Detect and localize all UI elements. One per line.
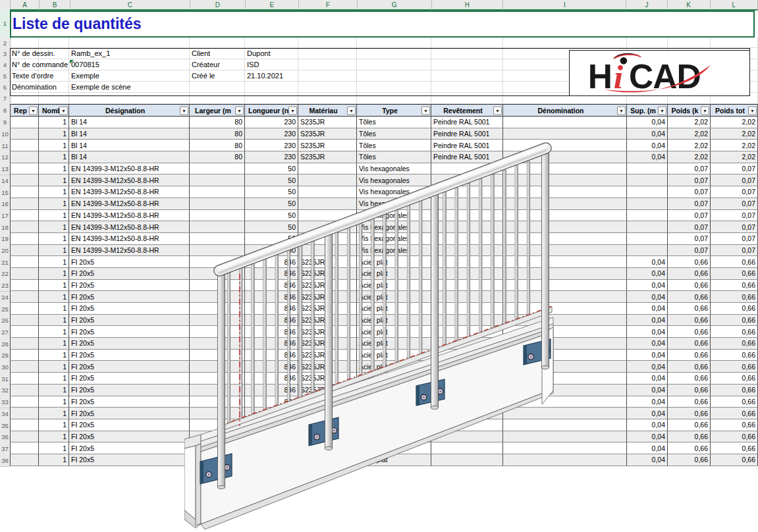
col-letter-C[interactable]: C [70, 0, 190, 11]
info-value[interactable]: Exemple [71, 70, 99, 82]
row-number-25[interactable]: 25 [0, 303, 11, 315]
row-number-15[interactable]: 15 [0, 186, 11, 199]
filter-dropdown-icon[interactable]: ▼ [180, 106, 188, 115]
cell[interactable]: 1 [39, 454, 69, 466]
grid-cell[interactable] [245, 82, 298, 93]
cell[interactable]: 0,66 [711, 431, 758, 443]
header-cell-9[interactable]: Sup. (m▼ [627, 104, 668, 117]
header-cell-1[interactable]: Nomb▼ [39, 104, 69, 117]
cell[interactable]: 0,07 [711, 163, 758, 175]
cell[interactable]: 1 [39, 350, 69, 361]
cell[interactable]: 0,07 [711, 186, 758, 198]
cell[interactable] [10, 221, 39, 233]
grid-cell[interactable] [627, 38, 668, 48]
cell[interactable]: EN 14399-3-M12x50-8.8-HR [69, 245, 190, 257]
cell[interactable]: 0,04 [627, 117, 668, 128]
cell[interactable]: 230 [245, 117, 298, 128]
col-letter-E[interactable]: E [246, 0, 299, 11]
row-number-8[interactable]: 8 [0, 104, 11, 117]
cell[interactable] [10, 280, 39, 292]
cell[interactable]: 0,07 [711, 198, 758, 210]
grid-cell[interactable] [431, 82, 503, 93]
cell[interactable]: 0,66 [711, 256, 758, 268]
grid-cell[interactable] [190, 38, 245, 48]
cell[interactable]: 0,66 [711, 442, 758, 454]
cell[interactable] [10, 186, 39, 198]
row-number-28[interactable]: 28 [0, 338, 11, 350]
cell[interactable]: 1 [39, 210, 69, 222]
cell[interactable] [10, 315, 39, 327]
header-cell-4[interactable]: Longueur (n▼ [245, 104, 298, 117]
cell[interactable]: 1 [39, 186, 69, 198]
grid-cell[interactable] [298, 70, 357, 82]
row-number-10[interactable]: 10 [0, 128, 11, 141]
grid-cell[interactable] [190, 82, 245, 93]
cell[interactable]: 1 [39, 151, 69, 163]
filter-dropdown-icon[interactable]: ▼ [617, 106, 626, 115]
row-number-21[interactable]: 21 [0, 256, 11, 269]
cell[interactable]: 1 [39, 174, 69, 186]
cell[interactable]: FI 20x5 [69, 326, 190, 338]
cell[interactable]: Bl 14 [69, 128, 190, 140]
info-label[interactable]: Texte d'ordre [12, 70, 53, 82]
cell[interactable]: 0,66 [711, 326, 758, 338]
cell[interactable]: 0,66 [711, 268, 758, 280]
cell[interactable]: FI 20x5 [69, 361, 190, 373]
row-number-23[interactable]: 23 [0, 280, 11, 292]
cell[interactable]: 0,66 [711, 350, 758, 361]
cell[interactable]: 1 [39, 361, 69, 373]
cell[interactable]: EN 14399-3-M12x50-8.8-HR [69, 210, 190, 222]
col-letter-G[interactable]: G [358, 0, 432, 11]
cell[interactable]: 0,66 [711, 303, 758, 315]
cell[interactable] [10, 454, 39, 466]
cell[interactable]: EN 14399-3-M12x50-8.8-HR [69, 198, 190, 210]
cell[interactable]: 2,02 [668, 117, 711, 128]
cell[interactable]: 0,66 [711, 454, 758, 466]
cell[interactable] [10, 117, 39, 128]
cell[interactable]: 1 [39, 396, 69, 408]
cell[interactable]: FI 20x5 [69, 431, 190, 443]
row-number-14[interactable]: 14 [0, 175, 11, 188]
cell[interactable]: 2,02 [711, 140, 758, 151]
cell[interactable]: Bl 14 [69, 151, 190, 163]
grid-cell[interactable] [357, 59, 431, 70]
row-number-11[interactable]: 11 [0, 140, 11, 152]
cell[interactable] [10, 210, 39, 222]
cell[interactable]: 1 [39, 442, 69, 454]
row-number-3[interactable]: 3 [0, 48, 11, 60]
grid-cell[interactable] [431, 48, 503, 59]
cell[interactable]: EN 14399-3-M12x50-8.8-HR [69, 221, 190, 233]
cell[interactable]: 0,07 [711, 245, 758, 257]
col-letter-I[interactable]: I [503, 0, 626, 11]
cell[interactable]: 1 [39, 140, 69, 151]
row-number-27[interactable]: 27 [0, 327, 11, 339]
grid-cell[interactable] [711, 38, 758, 48]
cell[interactable]: EN 14399-3-M12x50-8.8-HR [69, 163, 190, 175]
cell[interactable]: Bl 14 [69, 117, 190, 128]
row-number-9[interactable]: 9 [0, 117, 11, 129]
row-number-36[interactable]: 36 [0, 431, 11, 444]
grid-cell[interactable] [431, 93, 503, 104]
row-number-24[interactable]: 24 [0, 292, 11, 304]
cell[interactable]: 0,66 [711, 408, 758, 419]
row-number-17[interactable]: 17 [0, 210, 11, 223]
cell[interactable]: 0,07 [711, 174, 758, 186]
grid-cell[interactable] [39, 93, 69, 104]
row-number-29[interactable]: 29 [0, 350, 11, 362]
cell[interactable]: FI 20x5 [69, 315, 190, 327]
cell[interactable]: 1 [39, 315, 69, 327]
cell[interactable]: FI 20x5 [69, 338, 190, 350]
cell[interactable]: 0,66 [711, 338, 758, 350]
cell[interactable]: FI 20x5 [69, 408, 190, 419]
cell[interactable]: 0,66 [711, 315, 758, 327]
cell[interactable] [10, 303, 39, 315]
header-cell-11[interactable]: Poids tot▼ [711, 104, 758, 117]
cell[interactable] [10, 373, 39, 385]
cell[interactable] [10, 396, 39, 408]
filter-dropdown-icon[interactable]: ▼ [421, 106, 430, 115]
cell[interactable]: 1 [39, 245, 69, 257]
railing-3d-image[interactable] [184, 128, 689, 532]
info-value[interactable]: 21.10.2021 [247, 70, 283, 82]
cell[interactable] [10, 163, 39, 175]
grid-cell[interactable] [10, 93, 39, 104]
